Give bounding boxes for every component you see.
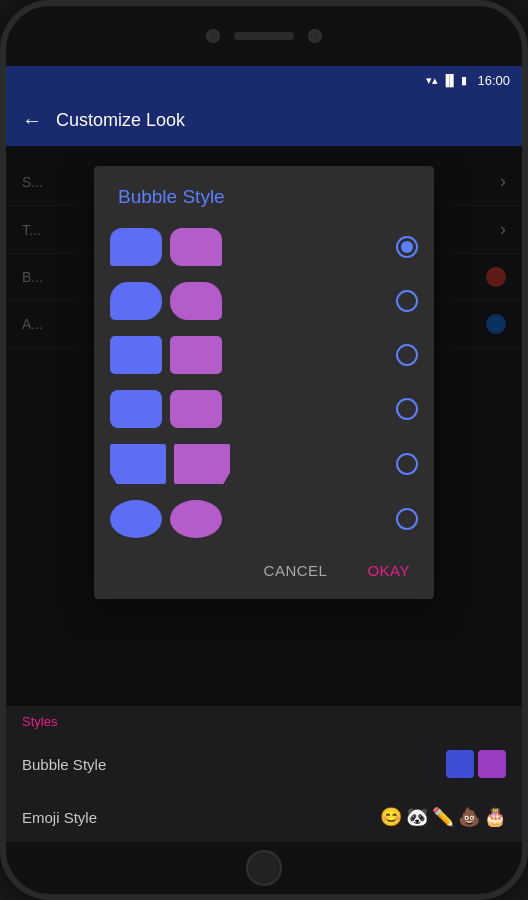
bubble-style-preview [446,750,506,778]
dialog-title: Bubble Style [94,166,434,224]
bubble-pair-5 [110,444,230,484]
bubble-pair-4 [110,390,222,428]
bubble-style-5-blue [110,444,166,484]
bubble-style-3-purple [170,336,222,374]
radio-style-2[interactable] [396,290,418,312]
emoji-style-preview: 😊 🐼 ✏️ 💩 🎂 [380,806,506,828]
styles-label: Styles [22,714,57,729]
bubble-style-4-blue [110,390,162,428]
bubble-pair-1 [110,228,222,266]
bubble-option-5[interactable] [110,440,418,488]
okay-button[interactable]: OKAY [359,558,418,583]
signal-icon: ▐▌ [442,74,458,86]
bubble-pair-6 [110,500,222,538]
phone-frame: ▾▴ ▐▌ ▮ 16:00 ← Customize Look S... › T.… [0,0,528,900]
front-camera [206,29,220,43]
bubble-option-3[interactable] [110,332,418,378]
radio-inner-1 [401,241,413,253]
app-bar-title: Customize Look [56,110,185,131]
radio-style-3[interactable] [396,344,418,366]
bubble-pair-3 [110,336,222,374]
bubble-preview-purple [478,750,506,778]
status-icons: ▾▴ ▐▌ ▮ 16:00 [426,73,510,88]
cancel-button[interactable]: CANCEL [256,558,336,583]
phone-inner: ▾▴ ▐▌ ▮ 16:00 ← Customize Look S... › T.… [6,6,522,894]
wifi-icon: ▾▴ [426,74,438,87]
bubble-style-6-purple [170,500,222,538]
dialog-actions: CANCEL OKAY [94,542,434,591]
earpiece-speaker [234,32,294,40]
bubble-options-list [94,224,434,542]
emoji-4: 💩 [458,806,480,828]
bubble-option-6[interactable] [110,496,418,542]
bubble-style-1-purple [170,228,222,266]
bubble-option-2[interactable] [110,278,418,324]
bubble-style-2-blue [110,282,162,320]
emoji-2: 🐼 [406,806,428,828]
bubble-style-5-purple [174,444,230,484]
bubble-preview-blue [446,750,474,778]
main-content: S... › T... › B... A... [6,146,522,842]
app-bar: ← Customize Look [6,94,522,146]
back-arrow-icon[interactable]: ← [22,109,42,132]
bubble-style-item[interactable]: Bubble Style [6,736,522,792]
radio-style-6[interactable] [396,508,418,530]
bubble-style-1-blue [110,228,162,266]
phone-bottom-hardware [6,842,522,894]
bottom-settings: Styles Bubble Style Emoji Style 😊 🐼 ✏️ [6,706,522,842]
bubble-style-4-purple [170,390,222,428]
proximity-sensor [308,29,322,43]
bubble-option-1[interactable] [110,224,418,270]
bubble-style-3-blue [110,336,162,374]
status-bar: ▾▴ ▐▌ ▮ 16:00 [6,66,522,94]
emoji-3: ✏️ [432,806,454,828]
battery-icon: ▮ [461,74,467,87]
status-time: 16:00 [477,73,510,88]
bubble-style-6-blue [110,500,162,538]
emoji-5: 🎂 [484,806,506,828]
radio-style-1[interactable] [396,236,418,258]
radio-style-5[interactable] [396,453,418,475]
bubble-style-2-purple [170,282,222,320]
bubble-option-4[interactable] [110,386,418,432]
home-button[interactable] [246,850,282,886]
radio-style-4[interactable] [396,398,418,420]
bubble-style-label: Bubble Style [22,756,106,773]
phone-top-hardware [6,6,522,66]
styles-section-label: Styles [6,706,522,736]
emoji-style-label: Emoji Style [22,809,97,826]
emoji-style-item[interactable]: Emoji Style 😊 🐼 ✏️ 💩 🎂 [6,792,522,842]
bubble-style-dialog: Bubble Style [94,166,434,599]
bubble-pair-2 [110,282,222,320]
emoji-1: 😊 [380,806,402,828]
